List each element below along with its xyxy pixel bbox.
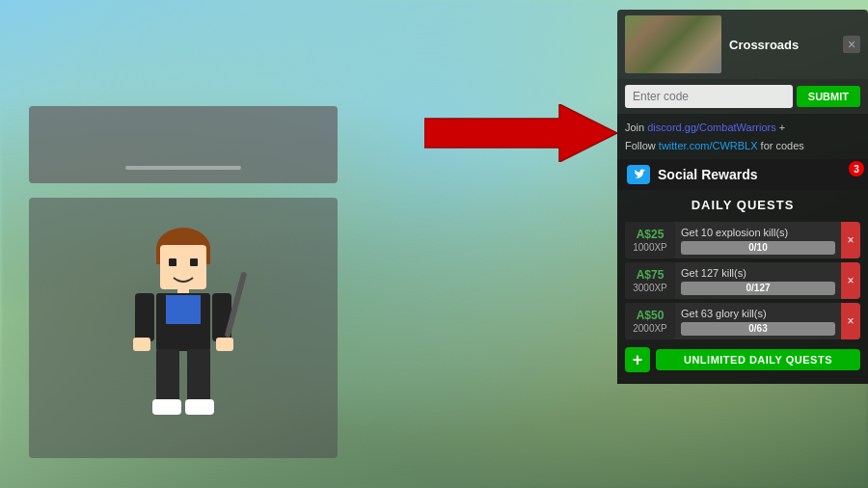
close-button[interactable]: × bbox=[843, 36, 860, 53]
quest-close-button-1[interactable]: × bbox=[841, 262, 860, 299]
svg-rect-4 bbox=[190, 258, 198, 266]
quest-reward-col: A$25 1000XP bbox=[625, 222, 675, 258]
character-sprite bbox=[106, 212, 260, 444]
social-links: Join discord.gg/CombatWarriors + Follow … bbox=[617, 114, 868, 159]
svg-rect-3 bbox=[169, 258, 176, 266]
quest-item-0: A$25 1000XP Get 10 explosion kill(s) 0/1… bbox=[625, 222, 860, 258]
quest-content: Get 127 kill(s) 0/127 bbox=[675, 262, 841, 299]
quest-item-1: A$75 3000XP Get 127 kill(s) 0/127 × bbox=[625, 262, 860, 299]
quest-description: Get 63 glory kill(s) bbox=[681, 308, 835, 319]
discord-link[interactable]: discord.gg/CombatWarriors bbox=[647, 122, 775, 133]
quest-currency: A$50 bbox=[637, 309, 665, 322]
quest-description: Get 127 kill(s) bbox=[681, 267, 835, 279]
twitter-suffix: for codes bbox=[758, 140, 804, 151]
quest-progress-bar: 0/127 bbox=[681, 282, 835, 295]
crossroads-thumbnail bbox=[625, 15, 721, 73]
thumbnail-image bbox=[625, 15, 721, 73]
quests-container: A$25 1000XP Get 10 explosion kill(s) 0/1… bbox=[617, 222, 868, 339]
svg-rect-15 bbox=[133, 338, 150, 351]
quest-reward-col: A$75 3000XP bbox=[625, 262, 675, 299]
quest-progress-bar: 0/63 bbox=[681, 322, 835, 336]
panel-bar bbox=[125, 166, 241, 170]
quest-close-button-2[interactable]: × bbox=[841, 303, 860, 339]
svg-rect-11 bbox=[156, 349, 179, 405]
svg-rect-12 bbox=[187, 349, 210, 405]
svg-rect-13 bbox=[152, 399, 181, 415]
svg-rect-14 bbox=[185, 399, 214, 415]
quest-progress-bar: 0/10 bbox=[681, 241, 835, 255]
quest-progress-text: 0/10 bbox=[681, 241, 835, 255]
daily-quests-title: DAILY QUESTS bbox=[617, 190, 868, 218]
daily-quests-panel: DAILY QUESTS A$25 1000XP Get 10 explosio… bbox=[617, 190, 868, 384]
svg-rect-16 bbox=[216, 338, 233, 351]
code-area: SUBMIT bbox=[617, 79, 868, 114]
svg-rect-2 bbox=[160, 245, 206, 289]
unlimited-quests-button[interactable]: UNLIMITED DAILY QUESTS bbox=[656, 349, 860, 370]
character-area bbox=[29, 198, 338, 458]
twitter-prefix: Follow bbox=[625, 140, 659, 151]
twitter-icon bbox=[627, 165, 650, 184]
twitter-line: Follow twitter.com/CWRBLX for codes bbox=[625, 137, 860, 155]
crossroads-header: Crossroads × bbox=[617, 10, 868, 79]
quest-content: Get 10 explosion kill(s) 0/10 bbox=[675, 222, 841, 258]
discord-line: Join discord.gg/CombatWarriors + bbox=[625, 119, 860, 137]
quest-item-2: A$50 2000XP Get 63 glory kill(s) 0/63 × bbox=[625, 303, 860, 339]
quest-content: Get 63 glory kill(s) 0/63 bbox=[675, 303, 841, 339]
discord-suffix: + bbox=[776, 122, 785, 133]
quest-xp: 3000XP bbox=[633, 283, 667, 293]
crossroads-title: Crossroads bbox=[729, 38, 835, 52]
notification-badge: 3 bbox=[849, 161, 864, 176]
submit-button[interactable]: SUBMIT bbox=[797, 86, 860, 107]
quest-description: Get 10 explosion kill(s) bbox=[681, 227, 835, 238]
add-quest-button[interactable]: + bbox=[625, 347, 650, 372]
svg-rect-7 bbox=[166, 295, 201, 324]
twitter-link[interactable]: twitter.com/CWRBLX bbox=[659, 140, 758, 151]
discord-prefix: Join bbox=[625, 122, 647, 133]
left-top-panel bbox=[29, 106, 338, 183]
quest-progress-text: 0/127 bbox=[681, 282, 835, 295]
right-panel: Crossroads × SUBMIT Join discord.gg/Comb… bbox=[617, 10, 868, 384]
quest-xp: 1000XP bbox=[633, 242, 667, 253]
unlimited-btn-row: + UNLIMITED DAILY QUESTS bbox=[625, 347, 860, 372]
quest-progress-text: 0/63 bbox=[681, 322, 835, 336]
code-input[interactable] bbox=[625, 85, 793, 108]
quest-xp: 2000XP bbox=[633, 323, 667, 334]
social-rewards-bar[interactable]: Social Rewards 3 bbox=[617, 159, 868, 190]
quest-reward-col: A$50 2000XP bbox=[625, 303, 675, 339]
quest-currency: A$75 bbox=[637, 268, 665, 282]
quest-close-button-0[interactable]: × bbox=[841, 222, 860, 258]
svg-rect-8 bbox=[135, 293, 154, 341]
quest-currency: A$25 bbox=[637, 228, 665, 241]
social-rewards-label: Social Rewards bbox=[658, 167, 758, 182]
